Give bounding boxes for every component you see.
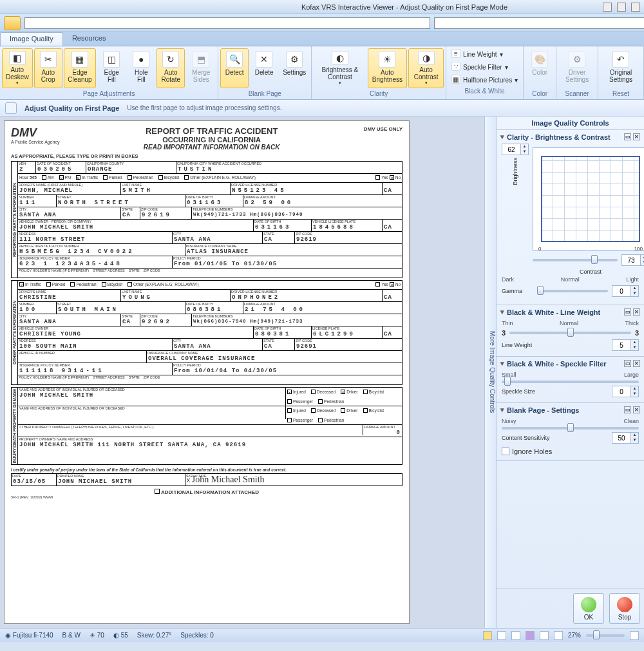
checkmark-icon bbox=[581, 597, 596, 612]
auto-contrast-button[interactable]: ◑Auto Contrast▾ bbox=[408, 48, 444, 88]
section-injury: INJURY/DEATH PROPERTY DAMAGE NAME AND AD… bbox=[11, 387, 402, 465]
window-title: Kofax VRS Interactive Viewer - Adjust Qu… bbox=[301, 3, 507, 11]
status-bar: ◉ Fujitsu fi-7140 B & W ☀ 70 ◐ 55 Skew: … bbox=[0, 628, 644, 642]
speckle-filter-button[interactable]: ∵Speckle Filter ▾ bbox=[448, 61, 521, 73]
info-bar: Adjust Quality on First Page Use the fir… bbox=[0, 100, 644, 117]
brightness-contrast-button[interactable]: ◐Brightness & Contrast▾ bbox=[314, 48, 366, 88]
status-icon-4[interactable] bbox=[526, 631, 535, 640]
zoom-fit-icon[interactable] bbox=[554, 631, 563, 640]
section-other: OTHER PARTY'S INFORMATION In Traffic Par… bbox=[11, 280, 402, 385]
brightness-contrast-icon: ◐ bbox=[332, 51, 348, 65]
ribbon-tabs: Image Quality Resources bbox=[0, 32, 644, 46]
speckle-panel: ▾Black & White - Speckle Filter▭✕ SmallL… bbox=[497, 357, 644, 403]
zoom-in-icon[interactable] bbox=[630, 631, 639, 640]
halftone-icon: ▦ bbox=[451, 75, 460, 84]
edge-fill-icon: ◫ bbox=[103, 51, 120, 68]
auto-rotate-button[interactable]: ↻Auto Rotate bbox=[156, 48, 185, 88]
auto-brightness-button[interactable]: ☀Auto Brightness bbox=[368, 48, 408, 88]
line-weight-panel: ▾Black & White - Line Weight▭✕ ThinNorma… bbox=[497, 305, 644, 357]
speckle-slider[interactable] bbox=[502, 381, 639, 383]
gamma-spinner[interactable]: ▲▼ bbox=[612, 285, 639, 297]
color-icon: 🎨 bbox=[531, 51, 548, 68]
more-controls-tab[interactable]: More Image Quality Controls bbox=[484, 117, 496, 628]
status-zoom: 27% bbox=[568, 632, 581, 639]
crop-icon: ✂ bbox=[40, 51, 57, 68]
original-settings-button[interactable]: ↶Original Settings bbox=[600, 48, 641, 88]
panel-close-icon[interactable]: ✕ bbox=[633, 133, 640, 140]
titlebar: Kofax VRS Interactive Viewer - Adjust Qu… bbox=[0, 0, 644, 14]
zoom-slider[interactable] bbox=[586, 634, 625, 637]
stop-button[interactable]: Stop bbox=[609, 593, 640, 624]
edge-cleanup-button[interactable]: ▦Edge Cleanup bbox=[64, 48, 97, 88]
line-weight-spinner[interactable]: ▲▼ bbox=[612, 339, 639, 351]
ignore-holes-checkbox[interactable]: Ignore Holes bbox=[502, 448, 639, 455]
status-icon-1[interactable] bbox=[483, 631, 492, 640]
contrast-slider[interactable] bbox=[533, 259, 618, 261]
brightness-contrast-chart[interactable]: 0 100 bbox=[533, 147, 644, 250]
merge-icon: ⬒ bbox=[193, 51, 209, 68]
line-weight-button[interactable]: ≡Line Weight ▾ bbox=[448, 48, 521, 60]
sensitivity-slider[interactable] bbox=[502, 427, 639, 429]
brightness-spinner[interactable]: ▲▼ bbox=[502, 144, 529, 155]
hole-fill-button[interactable]: ●Hole Fill bbox=[127, 48, 155, 88]
detect-button[interactable]: 🔍Detect bbox=[220, 48, 249, 88]
detect-icon: 🔍 bbox=[226, 51, 243, 68]
line-weight-slider[interactable] bbox=[509, 332, 631, 334]
panel-window-icon[interactable]: ▭ bbox=[624, 133, 631, 140]
main-area: DMV A Public Service Agency REPORT OF TR… bbox=[0, 117, 644, 628]
zoom-out-icon[interactable] bbox=[540, 631, 549, 640]
collapse-icon[interactable]: ▾ bbox=[500, 308, 504, 316]
status-icon-2[interactable] bbox=[497, 631, 506, 640]
delete-button[interactable]: ✕Delete bbox=[250, 48, 278, 88]
info-subtitle: Use the first page to adjust image proce… bbox=[127, 104, 281, 111]
driver-settings-button: ⚙Driver Settings bbox=[558, 48, 596, 88]
ribbon: ◧Auto Deskew▾ ✂Auto Crop ▦Edge Cleanup ◫… bbox=[0, 46, 644, 100]
blank-settings-button[interactable]: ⚙Settings bbox=[279, 48, 309, 88]
document-pane[interactable]: DMV A Public Service Agency REPORT OF TR… bbox=[0, 117, 484, 628]
app-badge-icon[interactable] bbox=[4, 16, 21, 30]
close-button[interactable] bbox=[631, 3, 640, 12]
auto-deskew-button[interactable]: ◧Auto Deskew▾ bbox=[2, 48, 33, 88]
collapse-icon[interactable]: ▾ bbox=[500, 133, 504, 141]
save-as-icon[interactable] bbox=[434, 17, 644, 29]
sun-icon: ☀ bbox=[379, 51, 395, 68]
undo-icon: ↶ bbox=[612, 51, 629, 68]
maximize-button[interactable] bbox=[617, 3, 626, 12]
color-button: 🎨Color bbox=[526, 48, 554, 88]
auto-crop-button[interactable]: ✂Auto Crop bbox=[34, 48, 62, 88]
quality-controls-panel: Image Quality Controls ▾Clarity - Bright… bbox=[496, 117, 644, 628]
group-reset: ↶Original Settings Reset bbox=[598, 46, 644, 99]
sensitivity-spinner[interactable]: ▲▼ bbox=[612, 432, 639, 444]
contrast-spinner[interactable]: ▲▼ bbox=[621, 254, 644, 266]
tab-image-quality[interactable]: Image Quality bbox=[0, 32, 63, 46]
save-icon[interactable] bbox=[24, 17, 430, 29]
group-clarity: ◐Brightness & Contrast▾ ☀Auto Brightness… bbox=[312, 46, 446, 99]
blank-page-panel: ▾Blank Page - Settings▭✕ NoisyClean Cont… bbox=[497, 403, 644, 461]
minimize-button[interactable] bbox=[603, 3, 612, 12]
edge-fill-button[interactable]: ◫Edge Fill bbox=[97, 48, 126, 88]
speckle-spinner[interactable]: ▲▼ bbox=[612, 386, 639, 397]
speckle-icon: ∵ bbox=[451, 62, 460, 71]
info-title: Adjust Quality on First Page bbox=[24, 104, 119, 112]
magnify-icon[interactable] bbox=[5, 102, 17, 114]
edge-cleanup-icon: ▦ bbox=[71, 51, 88, 68]
clarity-panel: ▾Clarity - Brightness & Contrast▭✕ ▲▼ Br… bbox=[497, 130, 644, 305]
line-weight-icon: ≡ bbox=[451, 49, 460, 58]
group-color: 🎨Color Color bbox=[524, 46, 556, 99]
hole-fill-icon: ● bbox=[133, 51, 149, 68]
status-mode: B & W bbox=[62, 632, 80, 639]
ok-button[interactable]: OK bbox=[573, 593, 604, 624]
rotate-icon: ↻ bbox=[162, 51, 179, 68]
group-page-adjustments: ◧Auto Deskew▾ ✂Auto Crop ▦Edge Cleanup ◫… bbox=[0, 46, 218, 99]
halftone-button[interactable]: ▦Halftone Pictures ▾ bbox=[448, 74, 521, 86]
collapse-icon[interactable]: ▾ bbox=[500, 359, 504, 368]
gamma-slider[interactable] bbox=[538, 290, 608, 292]
group-blank-page: 🔍Detect ✕Delete ⚙Settings Blank Page bbox=[218, 46, 312, 99]
delete-icon: ✕ bbox=[256, 51, 272, 68]
status-icon-3[interactable] bbox=[511, 631, 520, 640]
status-contrast: 55 bbox=[121, 632, 128, 639]
group-scanner: ⚙Driver Settings Scanner bbox=[556, 46, 598, 99]
status-scanner: Fujitsu fi-7140 bbox=[13, 632, 53, 639]
collapse-icon[interactable]: ▾ bbox=[500, 406, 504, 414]
tab-resources[interactable]: Resources bbox=[63, 32, 115, 46]
